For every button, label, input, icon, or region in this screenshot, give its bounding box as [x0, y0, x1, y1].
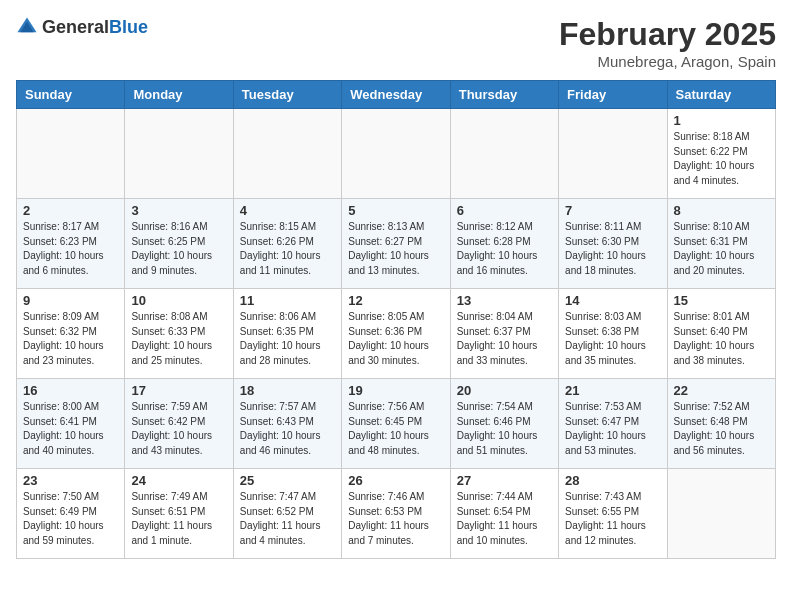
calendar-cell: 22Sunrise: 7:52 AMSunset: 6:48 PMDayligh…: [667, 379, 775, 469]
logo-blue: Blue: [109, 17, 148, 37]
day-info: Sunrise: 8:05 AMSunset: 6:36 PMDaylight:…: [348, 310, 443, 368]
calendar-cell: 16Sunrise: 8:00 AMSunset: 6:41 PMDayligh…: [17, 379, 125, 469]
day-info: Sunrise: 7:44 AMSunset: 6:54 PMDaylight:…: [457, 490, 552, 548]
calendar-week-row: 9Sunrise: 8:09 AMSunset: 6:32 PMDaylight…: [17, 289, 776, 379]
day-info: Sunrise: 7:47 AMSunset: 6:52 PMDaylight:…: [240, 490, 335, 548]
weekday-header-thursday: Thursday: [450, 81, 558, 109]
day-number: 27: [457, 473, 552, 488]
weekday-header-wednesday: Wednesday: [342, 81, 450, 109]
day-number: 13: [457, 293, 552, 308]
day-info: Sunrise: 8:01 AMSunset: 6:40 PMDaylight:…: [674, 310, 769, 368]
calendar-cell: 25Sunrise: 7:47 AMSunset: 6:52 PMDayligh…: [233, 469, 341, 559]
calendar-cell: 20Sunrise: 7:54 AMSunset: 6:46 PMDayligh…: [450, 379, 558, 469]
day-number: 4: [240, 203, 335, 218]
calendar-cell: 5Sunrise: 8:13 AMSunset: 6:27 PMDaylight…: [342, 199, 450, 289]
calendar-cell: 1Sunrise: 8:18 AMSunset: 6:22 PMDaylight…: [667, 109, 775, 199]
day-number: 25: [240, 473, 335, 488]
weekday-header-monday: Monday: [125, 81, 233, 109]
calendar-cell: 15Sunrise: 8:01 AMSunset: 6:40 PMDayligh…: [667, 289, 775, 379]
calendar-cell: 10Sunrise: 8:08 AMSunset: 6:33 PMDayligh…: [125, 289, 233, 379]
calendar-cell: 17Sunrise: 7:59 AMSunset: 6:42 PMDayligh…: [125, 379, 233, 469]
calendar-table: SundayMondayTuesdayWednesdayThursdayFrid…: [16, 80, 776, 559]
day-info: Sunrise: 7:57 AMSunset: 6:43 PMDaylight:…: [240, 400, 335, 458]
calendar-week-row: 1Sunrise: 8:18 AMSunset: 6:22 PMDaylight…: [17, 109, 776, 199]
calendar-cell: [17, 109, 125, 199]
weekday-header-sunday: Sunday: [17, 81, 125, 109]
day-info: Sunrise: 8:03 AMSunset: 6:38 PMDaylight:…: [565, 310, 660, 368]
calendar-week-row: 23Sunrise: 7:50 AMSunset: 6:49 PMDayligh…: [17, 469, 776, 559]
day-info: Sunrise: 7:53 AMSunset: 6:47 PMDaylight:…: [565, 400, 660, 458]
day-info: Sunrise: 7:56 AMSunset: 6:45 PMDaylight:…: [348, 400, 443, 458]
day-number: 21: [565, 383, 660, 398]
day-number: 16: [23, 383, 118, 398]
calendar-cell: [450, 109, 558, 199]
weekday-header-tuesday: Tuesday: [233, 81, 341, 109]
day-info: Sunrise: 8:04 AMSunset: 6:37 PMDaylight:…: [457, 310, 552, 368]
day-info: Sunrise: 8:12 AMSunset: 6:28 PMDaylight:…: [457, 220, 552, 278]
calendar-cell: [125, 109, 233, 199]
calendar-cell: 19Sunrise: 7:56 AMSunset: 6:45 PMDayligh…: [342, 379, 450, 469]
day-number: 26: [348, 473, 443, 488]
calendar-cell: 4Sunrise: 8:15 AMSunset: 6:26 PMDaylight…: [233, 199, 341, 289]
calendar-cell: 8Sunrise: 8:10 AMSunset: 6:31 PMDaylight…: [667, 199, 775, 289]
calendar-week-row: 16Sunrise: 8:00 AMSunset: 6:41 PMDayligh…: [17, 379, 776, 469]
day-number: 5: [348, 203, 443, 218]
day-info: Sunrise: 7:54 AMSunset: 6:46 PMDaylight:…: [457, 400, 552, 458]
day-number: 9: [23, 293, 118, 308]
calendar-cell: 26Sunrise: 7:46 AMSunset: 6:53 PMDayligh…: [342, 469, 450, 559]
day-number: 19: [348, 383, 443, 398]
day-number: 23: [23, 473, 118, 488]
location: Munebrega, Aragon, Spain: [559, 53, 776, 70]
calendar-cell: 28Sunrise: 7:43 AMSunset: 6:55 PMDayligh…: [559, 469, 667, 559]
day-info: Sunrise: 7:59 AMSunset: 6:42 PMDaylight:…: [131, 400, 226, 458]
title-block: February 2025 Munebrega, Aragon, Spain: [559, 16, 776, 70]
day-number: 28: [565, 473, 660, 488]
month-title: February 2025: [559, 16, 776, 53]
day-info: Sunrise: 8:09 AMSunset: 6:32 PMDaylight:…: [23, 310, 118, 368]
day-info: Sunrise: 8:16 AMSunset: 6:25 PMDaylight:…: [131, 220, 226, 278]
logo-icon: [16, 16, 38, 38]
weekday-header-friday: Friday: [559, 81, 667, 109]
day-number: 3: [131, 203, 226, 218]
weekday-header-row: SundayMondayTuesdayWednesdayThursdayFrid…: [17, 81, 776, 109]
day-number: 11: [240, 293, 335, 308]
day-info: Sunrise: 8:15 AMSunset: 6:26 PMDaylight:…: [240, 220, 335, 278]
calendar-cell: 6Sunrise: 8:12 AMSunset: 6:28 PMDaylight…: [450, 199, 558, 289]
page-header: GeneralBlue February 2025 Munebrega, Ara…: [16, 16, 776, 70]
day-number: 1: [674, 113, 769, 128]
day-number: 10: [131, 293, 226, 308]
day-number: 14: [565, 293, 660, 308]
weekday-header-saturday: Saturday: [667, 81, 775, 109]
day-info: Sunrise: 8:08 AMSunset: 6:33 PMDaylight:…: [131, 310, 226, 368]
day-info: Sunrise: 8:06 AMSunset: 6:35 PMDaylight:…: [240, 310, 335, 368]
day-number: 8: [674, 203, 769, 218]
calendar-cell: 18Sunrise: 7:57 AMSunset: 6:43 PMDayligh…: [233, 379, 341, 469]
logo-text: GeneralBlue: [42, 17, 148, 38]
calendar-cell: 9Sunrise: 8:09 AMSunset: 6:32 PMDaylight…: [17, 289, 125, 379]
day-number: 15: [674, 293, 769, 308]
day-number: 17: [131, 383, 226, 398]
calendar-cell: 21Sunrise: 7:53 AMSunset: 6:47 PMDayligh…: [559, 379, 667, 469]
day-number: 22: [674, 383, 769, 398]
logo-general: General: [42, 17, 109, 37]
day-info: Sunrise: 8:00 AMSunset: 6:41 PMDaylight:…: [23, 400, 118, 458]
day-info: Sunrise: 8:17 AMSunset: 6:23 PMDaylight:…: [23, 220, 118, 278]
calendar-cell: [667, 469, 775, 559]
calendar-cell: 11Sunrise: 8:06 AMSunset: 6:35 PMDayligh…: [233, 289, 341, 379]
day-info: Sunrise: 8:10 AMSunset: 6:31 PMDaylight:…: [674, 220, 769, 278]
day-number: 6: [457, 203, 552, 218]
calendar-cell: 24Sunrise: 7:49 AMSunset: 6:51 PMDayligh…: [125, 469, 233, 559]
calendar-cell: 23Sunrise: 7:50 AMSunset: 6:49 PMDayligh…: [17, 469, 125, 559]
day-info: Sunrise: 7:49 AMSunset: 6:51 PMDaylight:…: [131, 490, 226, 548]
calendar-cell: [342, 109, 450, 199]
day-info: Sunrise: 7:46 AMSunset: 6:53 PMDaylight:…: [348, 490, 443, 548]
calendar-cell: 14Sunrise: 8:03 AMSunset: 6:38 PMDayligh…: [559, 289, 667, 379]
calendar-cell: 13Sunrise: 8:04 AMSunset: 6:37 PMDayligh…: [450, 289, 558, 379]
day-info: Sunrise: 7:50 AMSunset: 6:49 PMDaylight:…: [23, 490, 118, 548]
calendar-cell: 3Sunrise: 8:16 AMSunset: 6:25 PMDaylight…: [125, 199, 233, 289]
calendar-cell: 7Sunrise: 8:11 AMSunset: 6:30 PMDaylight…: [559, 199, 667, 289]
calendar-cell: [233, 109, 341, 199]
day-info: Sunrise: 8:18 AMSunset: 6:22 PMDaylight:…: [674, 130, 769, 188]
day-number: 24: [131, 473, 226, 488]
day-number: 20: [457, 383, 552, 398]
